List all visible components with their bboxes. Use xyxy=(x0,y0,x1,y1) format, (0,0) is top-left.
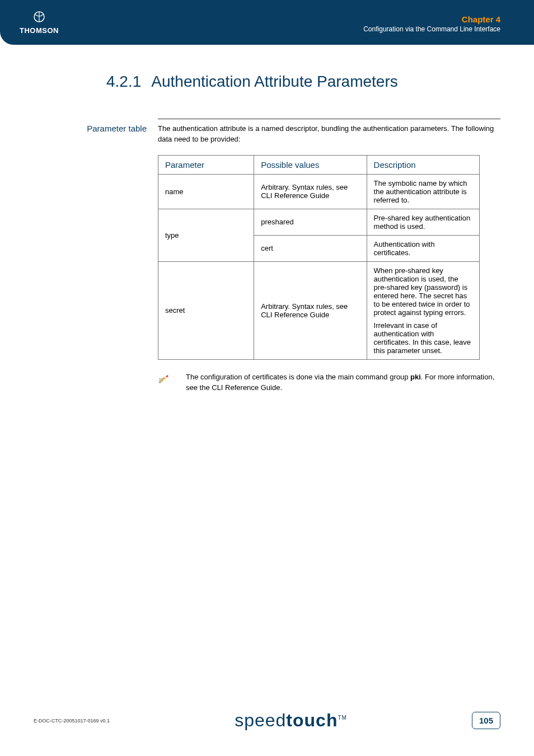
cell-desc-p2: Irrelevant in case of authentication wit… xyxy=(374,321,472,355)
chapter-subtitle: Configuration via the Command Line Inter… xyxy=(363,25,500,33)
table-head-row: Parameter Possible values Description xyxy=(158,155,480,174)
section-title: 4.2.1Authentication Attribute Parameters xyxy=(106,73,500,91)
doc-id: E-DOC-CTC-20051017-0169 v0.1 xyxy=(34,718,110,724)
th-parameter: Parameter xyxy=(158,155,254,174)
cell-values: Arbitrary. Syntax rules, see CLI Referen… xyxy=(254,261,367,359)
note-text: The configuration of certificates is don… xyxy=(186,372,500,393)
cell-values: cert xyxy=(254,235,367,261)
th-description: Description xyxy=(367,155,479,174)
cell-param: secret xyxy=(158,261,254,359)
brand-tm: TM xyxy=(338,715,346,721)
cell-desc: The symbolic name by which the authentic… xyxy=(367,174,479,209)
header-bar: THOMSON Chapter 4 Configuration via the … xyxy=(0,0,534,45)
note-prefix: The configuration of certificates is don… xyxy=(186,373,410,381)
page-footer: E-DOC-CTC-20051017-0169 v0.1 speedtouchT… xyxy=(0,710,534,731)
th-values: Possible values xyxy=(254,155,367,174)
header-right: Chapter 4 Configuration via the Command … xyxy=(363,15,500,33)
intro-row: Parameter table The authentication attri… xyxy=(34,124,500,145)
cell-values: preshared xyxy=(254,209,367,235)
page-number: 105 xyxy=(472,712,500,729)
table-row: type preshared Pre-shared key authentica… xyxy=(158,209,480,235)
brand-bold: touch xyxy=(286,710,338,730)
parameter-table: Parameter Possible values Description na… xyxy=(158,155,480,360)
side-label: Parameter table xyxy=(34,124,158,133)
note-row: The configuration of certificates is don… xyxy=(158,372,500,393)
cell-param: type xyxy=(158,209,254,261)
thomson-logo-text: THOMSON xyxy=(20,26,59,35)
cell-values: Arbitrary. Syntax rules, see CLI Referen… xyxy=(254,174,367,209)
cell-desc: Authentication with certificates. xyxy=(367,235,479,261)
cell-desc-p1: When pre-shared key authentication is us… xyxy=(374,266,472,317)
note-icon xyxy=(158,372,186,387)
section-rule xyxy=(158,119,500,119)
section-number: 4.2.1 xyxy=(106,73,141,90)
chapter-label: Chapter 4 xyxy=(363,15,500,24)
brand-light: speed xyxy=(235,710,286,730)
thomson-logo: THOMSON xyxy=(20,11,59,35)
cell-desc: When pre-shared key authentication is us… xyxy=(367,261,479,359)
section-heading-text: Authentication Attribute Parameters xyxy=(151,73,397,90)
table-row: secret Arbitrary. Syntax rules, see CLI … xyxy=(158,261,480,359)
speedtouch-brand: speedtouchTM xyxy=(235,710,347,731)
cell-param: name xyxy=(158,174,254,209)
cell-desc: Pre-shared key authentication method is … xyxy=(367,209,479,235)
thomson-logo-icon xyxy=(20,11,59,25)
note-bold: pki xyxy=(410,373,421,381)
page-content: 4.2.1Authentication Attribute Parameters… xyxy=(0,45,534,393)
intro-text: The authentication attribute is a named … xyxy=(158,124,500,145)
table-row: name Arbitrary. Syntax rules, see CLI Re… xyxy=(158,174,480,209)
